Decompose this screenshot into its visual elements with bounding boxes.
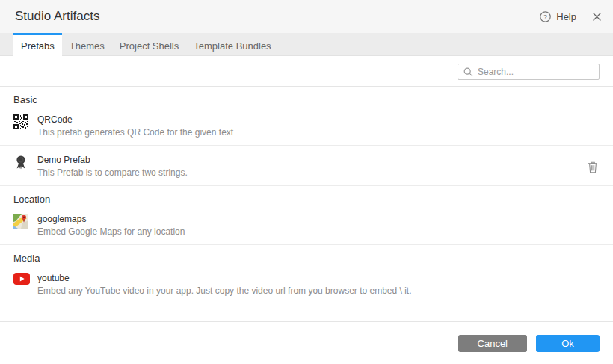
item-title: Demo Prefab [37,155,586,166]
studio-artifacts-dialog: Studio Artifacts ? Help [0,0,613,364]
close-button[interactable] [593,13,601,21]
svg-text:?: ? [543,13,547,20]
list-item-youtube[interactable]: youtube Embed any YouTube video in your … [0,264,613,303]
header-actions: ? Help [540,11,601,22]
item-title: QRCode [37,114,600,126]
tab-themes[interactable]: Themes [62,33,112,56]
ok-button[interactable]: Ok [536,335,600,352]
prefab-list: Basic [0,87,613,321]
search-row [0,56,613,87]
item-description: Embed any YouTube video in your app. Jus… [37,286,600,297]
search-box[interactable] [458,64,600,80]
dialog-footer: Cancel Ok [0,321,613,364]
item-texts: googlemaps Embed Google Maps for any loc… [37,214,600,238]
search-icon [463,67,473,77]
help-button[interactable]: ? Help [540,11,576,22]
page-title: Studio Artifacts [15,9,99,24]
item-texts: youtube Embed any YouTube video in your … [37,273,600,297]
tab-prefabs[interactable]: Prefabs [13,33,62,56]
help-icon: ? [540,11,551,22]
youtube-icon [13,273,30,285]
delete-button[interactable] [586,159,600,175]
tab-project-shells[interactable]: Project Shells [112,33,186,56]
item-title: youtube [37,273,600,284]
qrcode-icon [13,114,30,129]
item-texts: Demo Prefab This Prefab is to compare tw… [37,155,586,179]
close-icon [593,13,601,21]
item-description: This prefab generates QR Code for the gi… [37,127,600,138]
item-description: Embed Google Maps for any location [37,226,600,238]
help-label: Help [556,11,576,22]
tab-bar: Prefabs Themes Project Shells Template B… [0,33,613,56]
google-maps-icon [13,214,30,229]
list-item-demo-prefab[interactable]: Demo Prefab This Prefab is to compare tw… [0,146,613,186]
section-header-basic: Basic [13,94,600,105]
item-description: This Prefab is to compare two strings. [37,167,586,179]
dialog-header: Studio Artifacts ? Help [0,0,613,33]
item-texts: QRCode This prefab generates QR Code for… [37,114,600,138]
award-ribbon-icon [13,155,30,170]
item-title: googlemaps [37,214,600,225]
list-item-qrcode[interactable]: QRCode This prefab generates QR Code for… [0,105,613,146]
section-header-media: Media [13,253,600,264]
section-header-location: Location [13,194,600,205]
cancel-button[interactable]: Cancel [458,335,527,352]
trash-icon [588,161,598,173]
list-item-googlemaps[interactable]: googlemaps Embed Google Maps for any loc… [0,205,613,245]
tab-template-bundles[interactable]: Template Bundles [186,33,278,56]
search-input[interactable] [478,67,594,77]
